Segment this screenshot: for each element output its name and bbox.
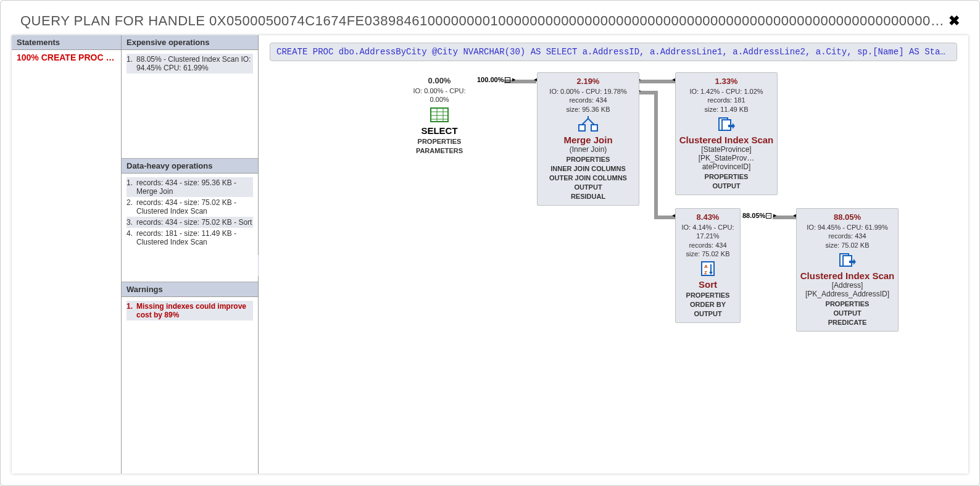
op-link-parameters[interactable]: PARAMETERS xyxy=(405,147,474,154)
op-node-scan-address[interactable]: 88.05% IO: 94.45% - CPU: 61.99% records:… xyxy=(796,208,899,332)
op-link-orderby[interactable]: ORDER BY xyxy=(678,301,737,308)
warnings-header: Warnings xyxy=(122,282,258,297)
data-heavy-header: Data-heavy operations xyxy=(122,159,258,174)
op-size: size: 95.36 KB xyxy=(540,105,636,114)
op-link-predicate[interactable]: PREDICATE xyxy=(799,319,895,326)
op-title: Sort xyxy=(678,279,737,290)
expensive-ops-panel: Expensive operations 1. 88.05% - Cluster… xyxy=(122,35,258,159)
op-link-properties[interactable]: PROPERTIES xyxy=(799,300,895,308)
svg-line-8 xyxy=(582,119,588,125)
op-title: Merge Join xyxy=(540,135,636,145)
op-cost: 88.05% xyxy=(799,212,895,222)
index-scan-icon xyxy=(837,252,857,268)
op-link-properties[interactable]: PROPERTIES xyxy=(678,291,737,299)
op-records: records: 181 xyxy=(678,96,774,104)
op-io-cpu: IO: 94.45% - CPU: 61.99% xyxy=(799,223,895,232)
op-size: size: 11.49 KB xyxy=(678,105,774,114)
op-link-output[interactable]: OUTPUT xyxy=(678,182,774,190)
list-item[interactable]: 3. records: 434 - size: 75.02 KB - Sort xyxy=(127,217,253,228)
op-node-sort[interactable]: 8.43% IO: 4.14% - CPU: 17.21% records: 4… xyxy=(675,208,741,323)
op-link-output[interactable]: OUTPUT xyxy=(540,183,636,191)
svg-text:A: A xyxy=(704,264,708,269)
list-item[interactable]: 1. records: 434 - size: 95.36 KB - Merge… xyxy=(127,177,253,197)
op-cost: 0.00% xyxy=(405,76,474,85)
op-link-output[interactable]: OUTPUT xyxy=(678,310,737,317)
op-subtitle: (Inner Join) xyxy=(540,145,636,154)
list-item[interactable]: 1. 88.05% - Clustered Index Scan IO: 94.… xyxy=(127,54,253,73)
edge-label: 88.05% xyxy=(742,212,765,219)
op-link-outer-join[interactable]: OUTER JOIN COLUMNS xyxy=(540,174,636,182)
op-object: [StateProvince] xyxy=(678,145,774,154)
op-io-cpu: IO: 0.00% - CPU: 19.78% xyxy=(540,87,636,96)
svg-rect-0 xyxy=(431,108,448,122)
op-cost: 2.19% xyxy=(540,77,636,86)
query-plan-window: QUERY PLAN FOR HANDLE 0X0500050074C1674F… xyxy=(0,0,980,486)
warnings-panel: Warnings 1. Missing indexes could improv… xyxy=(122,282,258,324)
index-scan-icon xyxy=(716,116,736,132)
op-records: records: 434 xyxy=(678,241,737,249)
sql-text[interactable]: CREATE PROC dbo.AddressByCity @City NVAR… xyxy=(270,43,957,61)
expensive-ops-list: 1. 88.05% - Clustered Index Scan IO: 94.… xyxy=(122,50,258,77)
op-size: size: 75.02 KB xyxy=(799,241,895,249)
connector xyxy=(639,80,675,83)
window-body: Statements 100% CREATE PROC D… Expensive… xyxy=(12,35,968,474)
op-index: [PK_StateProv…ateProvinceID] xyxy=(678,154,774,171)
window-header: QUERY PLAN FOR HANDLE 0X0500050074C1674F… xyxy=(1,1,979,35)
expensive-ops-header: Expensive operations xyxy=(122,35,258,50)
op-io-cpu: IO: 1.42% - CPU: 1.02% xyxy=(678,87,774,96)
list-item[interactable]: 2. records: 434 - size: 75.02 KB - Clust… xyxy=(127,197,253,217)
edge-label: 100.00% xyxy=(477,76,504,83)
svg-text:Z: Z xyxy=(704,270,707,275)
op-title: SELECT xyxy=(405,125,474,136)
op-size: size: 75.02 KB xyxy=(678,249,737,258)
collapse-toggle-icon[interactable]: − ▸ xyxy=(766,211,777,219)
warnings-list: 1. Missing indexes could improve cost by… xyxy=(122,297,258,324)
op-node-select[interactable]: 0.00% IO: 0.00% - CPU: 0.00% SELECT PROP… xyxy=(402,72,476,159)
list-item[interactable]: 4. records: 181 - size: 11.49 KB - Clust… xyxy=(127,228,253,248)
merge-join-icon xyxy=(578,116,598,132)
list-item[interactable]: 1. Missing indexes could improve cost by… xyxy=(127,301,253,321)
op-cost: 8.43% xyxy=(678,212,737,222)
op-link-properties[interactable]: PROPERTIES xyxy=(678,173,774,180)
window-title: QUERY PLAN FOR HANDLE 0X0500050074C1674F… xyxy=(20,13,949,29)
op-link-inner-join[interactable]: INNER JOIN COLUMNS xyxy=(540,165,636,172)
op-records: records: 434 xyxy=(540,96,636,104)
plan-canvas-area: CREATE PROC dbo.AddressByCity @City NVAR… xyxy=(259,35,968,474)
op-link-residual[interactable]: RESIDUAL xyxy=(540,193,636,200)
connector xyxy=(654,91,658,219)
statements-header: Statements xyxy=(12,35,121,50)
svg-line-9 xyxy=(588,119,594,125)
sort-icon: AZ xyxy=(698,261,718,277)
svg-rect-7 xyxy=(591,125,597,131)
statements-panel: Statements 100% CREATE PROC D… xyxy=(12,35,122,474)
op-node-merge-join[interactable]: 2.19% IO: 0.00% - CPU: 19.78% records: 4… xyxy=(537,72,639,206)
plan-canvas[interactable]: 100.00% − ▸ 1.33% − ▸ 96.48% − ▸ 88.05% … xyxy=(259,61,968,456)
op-io-cpu: IO: 4.14% - CPU: 17.21% xyxy=(678,223,737,241)
select-icon xyxy=(430,107,449,123)
op-io-cpu: IO: 0.00% - CPU: 0.00% xyxy=(405,86,474,104)
op-object: [Address] xyxy=(799,281,895,290)
op-index: [PK_Address_AddressID] xyxy=(799,290,895,298)
svg-rect-14 xyxy=(702,262,714,275)
op-title: Clustered Index Scan xyxy=(799,270,895,281)
data-heavy-panel: Data-heavy operations 1. records: 434 - … xyxy=(122,159,258,282)
svg-rect-6 xyxy=(579,125,585,131)
side-panels: Expensive operations 1. 88.05% - Cluster… xyxy=(122,35,259,474)
op-cost: 1.33% xyxy=(678,77,774,86)
op-title: Clustered Index Scan xyxy=(678,135,774,145)
statement-item-active[interactable]: 100% CREATE PROC D… xyxy=(12,50,121,65)
op-node-scan-stateprovince[interactable]: 1.33% IO: 1.42% - CPU: 1.02% records: 18… xyxy=(675,72,778,195)
op-link-output[interactable]: OUTPUT xyxy=(799,309,895,317)
data-heavy-list: 1. records: 434 - size: 95.36 KB - Merge… xyxy=(122,174,258,251)
op-records: records: 434 xyxy=(799,232,895,240)
close-icon[interactable]: ✖ xyxy=(949,13,960,29)
collapse-toggle-icon[interactable]: − ▸ xyxy=(505,75,516,83)
op-link-properties[interactable]: PROPERTIES xyxy=(405,138,474,145)
op-link-properties[interactable]: PROPERTIES xyxy=(540,156,636,163)
